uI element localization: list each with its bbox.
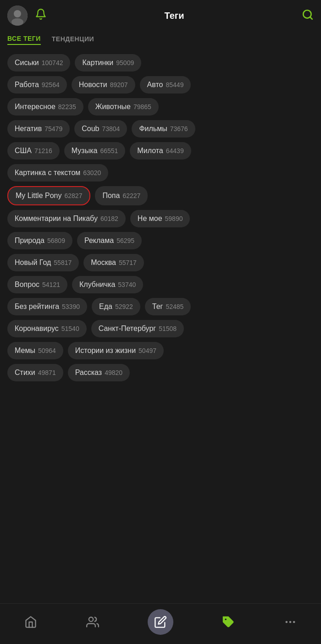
tag-kommentarii[interactable]: Комментарии на Пикабу 60182 xyxy=(7,210,126,227)
header: Теги xyxy=(0,0,321,31)
svg-point-2 xyxy=(11,18,23,26)
tag-ne-moe[interactable]: Не мое 59890 xyxy=(130,210,190,227)
nav-home[interactable] xyxy=(24,616,37,628)
tags-row-10: Новый Год 55817 Москва 55717 xyxy=(7,254,314,271)
tags-row-5: США 71216 Музыка 66551 Милота 64439 xyxy=(7,142,314,160)
tag-negativ[interactable]: Негатив 75479 xyxy=(7,120,70,138)
tag-vopros[interactable]: Вопрос 54121 xyxy=(7,276,67,293)
tags-row-14: Мемы 50964 Истории из жизни 50497 xyxy=(7,342,314,359)
tags-row-13: Коронавирус 51540 Санкт-Петербург 51508 xyxy=(7,320,314,337)
page-title: Теги xyxy=(165,11,184,21)
tag-novyi-god[interactable]: Новый Год 55817 xyxy=(7,254,79,271)
tag-kartinka-s-tekstom[interactable]: Картинка с текстом 63020 xyxy=(7,164,108,182)
tag-moskva[interactable]: Москва 55717 xyxy=(83,254,144,271)
tags-row-9: Природа 56809 Реклама 56295 xyxy=(7,232,314,249)
tags-row-12: Без рейтинга 53390 Еда 52922 Тег 52485 xyxy=(7,298,314,315)
tab-all-tags[interactable]: ВСЕ ТЕГИ xyxy=(7,35,41,45)
tag-novosti[interactable]: Новости 89207 xyxy=(72,76,135,94)
tags-row-15: Стихи 49871 Рассказ 49820 xyxy=(7,364,314,381)
tag-my-little-pony[interactable]: My Little Pony 62827 xyxy=(7,186,90,205)
tag-coub[interactable]: Coub 73804 xyxy=(74,120,127,138)
svg-point-9 xyxy=(293,621,295,623)
bottom-nav xyxy=(0,603,321,644)
nav-more[interactable] xyxy=(284,616,297,628)
tab-trends[interactable]: ТЕНДЕНЦИИ xyxy=(52,35,94,44)
tags-container: Сиськи 100742 Картинки 95009 Работа 9256… xyxy=(0,50,321,385)
tag-milota[interactable]: Милота 64439 xyxy=(130,142,191,160)
bell-icon[interactable] xyxy=(35,8,47,23)
tag-koronavirus[interactable]: Коронавирус 51540 xyxy=(7,320,87,337)
tag-filmy[interactable]: Фильмы 73676 xyxy=(132,120,195,138)
tabs: ВСЕ ТЕГИ ТЕНДЕНЦИИ xyxy=(0,31,321,50)
svg-line-4 xyxy=(310,17,312,19)
tags-row-11: Вопрос 54121 Клубничка 53740 xyxy=(7,276,314,293)
svg-point-7 xyxy=(285,621,288,623)
tag-reklama[interactable]: Реклама 56295 xyxy=(77,232,142,249)
tag-teg[interactable]: Тег 52485 xyxy=(145,298,191,315)
avatar[interactable] xyxy=(7,6,28,26)
tag-klubnichka[interactable]: Клубничка 53740 xyxy=(72,276,143,293)
tag-kartinki[interactable]: Картинки 95009 xyxy=(75,54,141,72)
tags-row-3: Интересное 82235 Животные 79865 xyxy=(7,98,314,116)
nav-post[interactable] xyxy=(148,609,173,635)
tag-popa[interactable]: Попа 62227 xyxy=(95,186,148,205)
tag-bez-reytinga[interactable]: Без рейтинга 53390 xyxy=(7,298,87,315)
nav-tags[interactable] xyxy=(222,616,235,628)
tag-avto[interactable]: Авто 85449 xyxy=(140,76,191,94)
tags-row-1: Сиськи 100742 Картинки 95009 xyxy=(7,54,314,72)
tag-rabota[interactable]: Работа 92564 xyxy=(7,76,67,94)
tag-memy[interactable]: Мемы 50964 xyxy=(7,342,63,359)
tags-row-7: My Little Pony 62827 Попа 62227 xyxy=(7,186,314,205)
tag-interesnoe[interactable]: Интересное 82235 xyxy=(7,98,83,116)
tag-stikhi[interactable]: Стихи 49871 xyxy=(7,364,63,381)
tags-row-6: Картинка с текстом 63020 xyxy=(7,164,314,182)
tag-rasskaz[interactable]: Рассказ 49820 xyxy=(68,364,130,381)
tag-priroda[interactable]: Природа 56809 xyxy=(7,232,72,249)
search-icon[interactable] xyxy=(302,9,314,22)
svg-point-5 xyxy=(89,617,93,622)
tag-ssha[interactable]: США 71216 xyxy=(7,142,60,160)
tag-zhivotnye[interactable]: Животные 79865 xyxy=(88,98,159,116)
nav-community[interactable] xyxy=(86,616,99,628)
tags-row-8: Комментарии на Пикабу 60182 Не мое 59890 xyxy=(7,210,314,227)
header-left xyxy=(7,6,47,26)
tag-sankt-peterburg[interactable]: Санкт-Петербург 51508 xyxy=(91,320,184,337)
svg-point-1 xyxy=(14,10,21,17)
svg-point-8 xyxy=(289,621,291,623)
tags-row-4: Негатив 75479 Coub 73804 Фильмы 73676 xyxy=(7,120,314,138)
tag-istorii-iz-zhizni[interactable]: Истории из жизни 50497 xyxy=(68,342,164,359)
tag-muzyka[interactable]: Музыка 66551 xyxy=(64,142,126,160)
tag-eda[interactable]: Еда 52922 xyxy=(92,298,140,315)
tags-row-2: Работа 92564 Новости 89207 Авто 85449 xyxy=(7,76,314,94)
tag-sisski[interactable]: Сиськи 100742 xyxy=(7,54,70,72)
